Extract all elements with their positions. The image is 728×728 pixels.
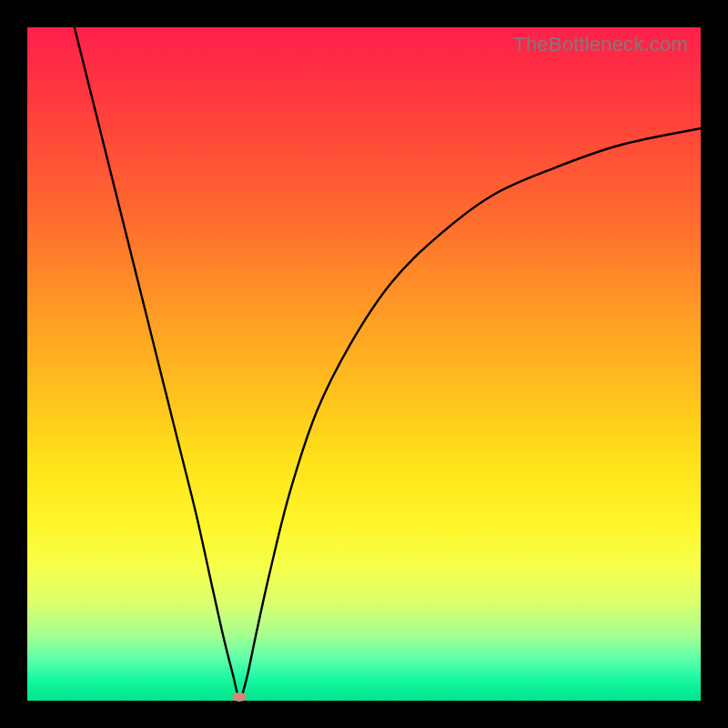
chart-frame: TheBottleneck.com <box>0 0 728 728</box>
watermark-text: TheBottleneck.com <box>513 33 688 56</box>
bottleneck-curve <box>27 27 701 701</box>
plot-area: TheBottleneck.com <box>27 27 701 701</box>
minimum-marker <box>232 693 247 702</box>
